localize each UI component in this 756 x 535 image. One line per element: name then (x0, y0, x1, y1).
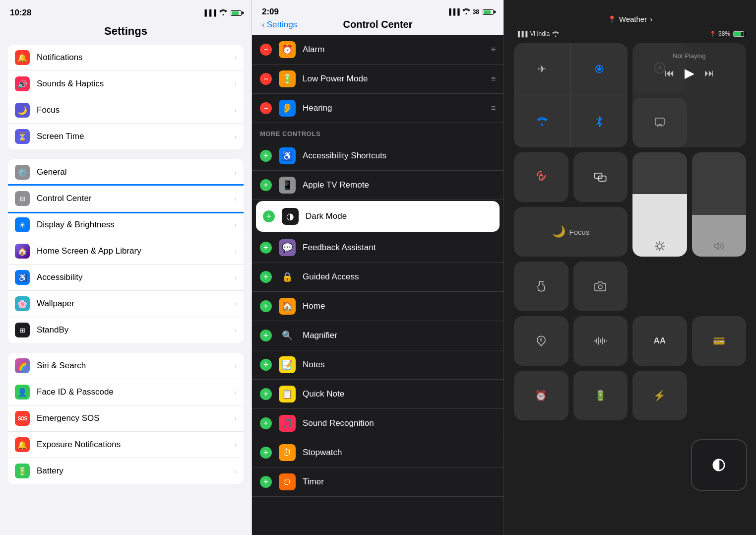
sound-wave-tile[interactable] (573, 316, 628, 366)
home-add-btn[interactable]: + (260, 300, 272, 312)
cc-item-timer[interactable]: + ⏲ Timer (252, 468, 504, 497)
standby-icon: ⊞ (15, 323, 30, 337)
battery-bottom-tile[interactable]: 🔋 (573, 371, 628, 420)
stopwatch-label: Stopwatch (303, 448, 496, 458)
cc-item-quick-note[interactable]: + 📋 Quick Note (252, 380, 504, 409)
cc-battery-pct: 38% (718, 30, 730, 37)
airplane-mode-tile[interactable]: ✈ (514, 43, 571, 95)
hearing-drag-handle[interactable]: ≡ (491, 104, 496, 113)
notes-add-btn[interactable]: + (260, 359, 272, 371)
standby-label: StandBy (37, 325, 234, 335)
focus-tile[interactable]: 🌙 Focus (514, 207, 628, 257)
cc-item-accessibility-shortcuts[interactable]: + ♿ Accessibility Shortcuts (252, 141, 504, 171)
settings-item-general[interactable]: ⚙️ General › (8, 159, 244, 186)
low-power-remove-btn[interactable]: − (260, 73, 272, 85)
cc-back-button[interactable]: ‹ Settings (262, 20, 297, 30)
cc-item-guided-access[interactable]: + 🔒 Guided Access (252, 263, 504, 292)
wallet-tile[interactable]: 💳 (692, 316, 747, 366)
settings-item-faceid[interactable]: 👤 Face ID & Passcode › (8, 379, 244, 405)
settings-section-2: ⚙️ General › ⊟ Control Center › ☀ Displa… (8, 159, 244, 343)
cc-battery-indicator: 38 (473, 8, 479, 15)
display-label: Display & Brightness (37, 220, 234, 230)
settings-item-focus[interactable]: 🌙 Focus › (8, 97, 244, 124)
rewind-icon[interactable]: ⏮ (665, 67, 675, 79)
timer-add-btn[interactable]: + (260, 476, 272, 488)
cc-battery-icon (483, 9, 494, 15)
text-size-tile[interactable]: AA (632, 316, 687, 366)
cellular-tile[interactable] (571, 43, 628, 95)
accessibility-shortcuts-label: Accessibility Shortcuts (303, 151, 496, 161)
settings-item-notifications[interactable]: 🔔 Notifications › (8, 45, 244, 71)
fast-forward-icon[interactable]: ⏭ (704, 67, 714, 79)
screen-mirror-tile[interactable] (573, 152, 628, 202)
settings-item-sos[interactable]: SOS Emergency SOS › (8, 405, 244, 432)
settings-item-exposure[interactable]: 🔔 Exposure Notifications › (8, 432, 244, 458)
settings-item-display[interactable]: ☀ Display & Brightness › (8, 212, 244, 238)
hearing-remove-btn[interactable]: − (260, 102, 272, 114)
volume-tile[interactable] (692, 152, 747, 257)
wifi-tile[interactable] (514, 95, 571, 147)
airplay-tile[interactable] (632, 98, 687, 147)
cc-item-stopwatch[interactable]: + ⏱ Stopwatch (252, 438, 504, 468)
sound-recognition-add-btn[interactable]: + (260, 417, 272, 429)
weather-label: Weather (619, 15, 647, 23)
cc-item-low-power[interactable]: − 🔋 Low Power Mode ≡ (252, 65, 504, 94)
brightness-tile[interactable] (632, 152, 687, 257)
alarm-bottom-tile[interactable]: ⏰ (514, 371, 568, 420)
quick-note-add-btn[interactable]: + (260, 388, 272, 400)
cc-item-apple-tv-remote[interactable]: + 📱 Apple TV Remote (252, 171, 504, 200)
settings-item-home-screen[interactable]: 🏠 Home Screen & App Library › (8, 238, 244, 265)
settings-item-control-center[interactable]: ⊟ Control Center › (8, 186, 244, 212)
settings-item-battery[interactable]: 🔋 Battery › (8, 458, 244, 484)
connectivity-tile[interactable]: ✈ (514, 43, 628, 147)
cc-item-sound-recognition[interactable]: + 🎵 Sound Recognition (252, 409, 504, 438)
cc-item-dark-mode[interactable]: + ◑ Dark Mode (256, 201, 500, 232)
settings-item-wallpaper[interactable]: 🌸 Wallpaper › (8, 291, 244, 317)
media-controls[interactable]: ⏮ ▶ ⏭ (639, 63, 739, 84)
bluetooth-tile[interactable] (571, 95, 628, 147)
screen-time-label: Screen Time (37, 132, 234, 141)
cc-item-feedback-assistant[interactable]: + 💬 Feedback Assistant (252, 233, 504, 263)
cc-battery-icon2 (733, 31, 744, 37)
cc-weather-bar[interactable]: 📍 Weather › (512, 10, 748, 27)
status-bar-settings: 10:28 ▐▐▐ (0, 0, 252, 21)
alarm-drag-handle[interactable]: ≡ (491, 45, 496, 54)
cc-item-home[interactable]: + 🏠 Home (252, 292, 504, 321)
magnifier-add-btn[interactable]: + (260, 330, 272, 341)
svg-point-9 (657, 244, 662, 248)
cc-item-hearing[interactable]: − 👂 Hearing ≡ (252, 94, 504, 123)
accessibility-shortcuts-add-btn[interactable]: + (260, 150, 272, 162)
dark-mode-add-btn[interactable]: + (263, 210, 275, 222)
dark-mode-tile[interactable] (692, 440, 747, 490)
screen-mirror-icon (593, 170, 607, 184)
settings-item-sounds[interactable]: 🔊 Sounds & Haptics › (8, 71, 244, 97)
focus-icon: 🌙 (15, 103, 30, 118)
settings-item-accessibility[interactable]: ♿ Accessibility › (8, 265, 244, 291)
wallpaper-icon: 🌸 (15, 296, 30, 311)
camera-tile[interactable] (573, 262, 628, 311)
feedback-assistant-add-btn[interactable]: + (260, 242, 272, 254)
guided-access-add-btn[interactable]: + (260, 271, 272, 283)
location-icon: 📍 (608, 15, 616, 23)
play-icon[interactable]: ▶ (685, 66, 694, 81)
settings-item-screen-time[interactable]: ⏳ Screen Time › (8, 124, 244, 149)
stopwatch-add-btn[interactable]: + (260, 447, 272, 459)
torch-tile[interactable] (514, 262, 568, 311)
lock-rotation-tile[interactable] (514, 152, 568, 202)
low-power-bottom-tile[interactable]: ⚡ (632, 371, 687, 420)
apple-tv-remote-add-btn[interactable]: + (260, 179, 272, 191)
shazam-bottom-tile[interactable]: S (514, 316, 568, 366)
svg-text:S: S (540, 337, 543, 342)
alarm-remove-btn[interactable]: − (260, 44, 272, 56)
chevron-siri: › (234, 362, 237, 370)
cc-controls-grid: ✈ Not Play (512, 43, 748, 311)
location-mini-icon: 📍 (709, 31, 716, 37)
chevron-general: › (234, 168, 237, 176)
settings-item-standby[interactable]: ⊞ StandBy › (8, 317, 244, 343)
cc-item-notes[interactable]: + 📝 Notes (252, 350, 504, 380)
home-label: Home (303, 301, 496, 311)
cc-item-magnifier[interactable]: + 🔍 Magnifier (252, 321, 504, 350)
settings-item-siri[interactable]: 🌈 Siri & Search › (8, 353, 244, 379)
low-power-drag-handle[interactable]: ≡ (491, 74, 496, 83)
cc-item-alarm[interactable]: − ⏰ Alarm ≡ (252, 35, 504, 65)
